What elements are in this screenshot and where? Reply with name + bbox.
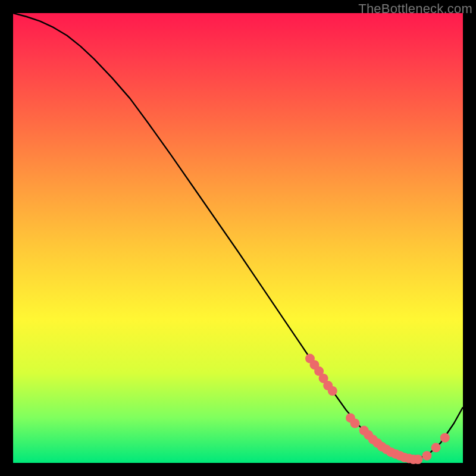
marker-dot (440, 433, 450, 443)
marker-dot (422, 451, 432, 461)
marker-dot (431, 443, 441, 452)
watermark-text: TheBottleneck.com (358, 1, 472, 17)
marker-dot (350, 419, 360, 428)
bottleneck-curve (13, 13, 463, 459)
marker-dot (413, 455, 422, 464)
chart-svg (0, 0, 476, 476)
marker-layer (305, 354, 450, 464)
marker-dot (328, 386, 337, 396)
curve-layer (13, 13, 463, 459)
